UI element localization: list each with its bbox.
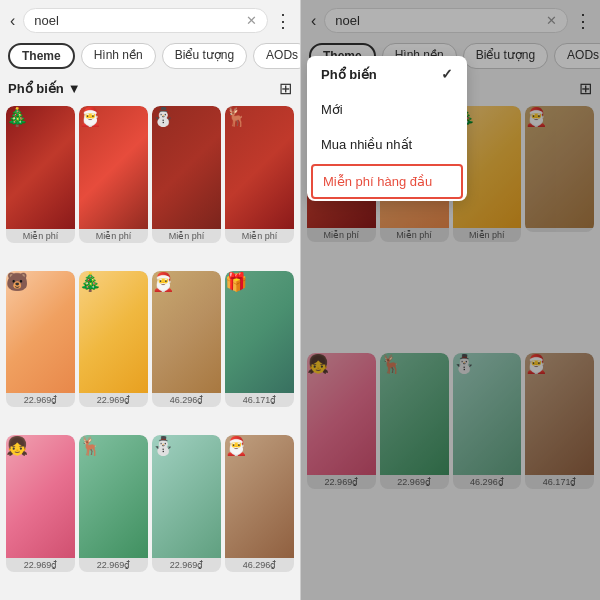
card-icon-7: 🎁	[225, 272, 247, 292]
card-price-9: 22.969₫	[79, 558, 148, 572]
card-price-4: 22.969₫	[6, 393, 75, 407]
card-img-9: 🦌	[79, 435, 148, 558]
back-button[interactable]: ‹	[8, 10, 17, 32]
theme-card-1[interactable]: 🎅 Miễn phí	[79, 106, 148, 243]
card-wrapper-9: 🦌 22.969₫	[79, 435, 148, 596]
card-price-2: Miễn phí	[152, 229, 221, 243]
dropdown-item-new[interactable]: Mới	[307, 92, 467, 127]
theme-card-4[interactable]: 🐻 22.969₫	[6, 271, 75, 408]
search-query-left: noel	[34, 13, 59, 28]
right-panel: ‹ noel ✕ ⋮ Theme Hình nền Biểu tượng AOD…	[300, 0, 600, 600]
card-img-3: 🦌	[225, 106, 294, 229]
sort-arrow-left: ▼	[68, 81, 81, 96]
card-price-1: Miễn phí	[79, 229, 148, 243]
card-wrapper-8: 👧 22.969₫	[6, 435, 75, 596]
card-price-6: 46.296₫	[152, 393, 221, 407]
card-wrapper-5: Mới 🎄 22.969₫	[79, 271, 148, 432]
theme-card-11[interactable]: 🎅 46.296₫	[225, 435, 294, 572]
clear-search-left[interactable]: ✕	[246, 13, 257, 28]
card-icon-8: 👧	[6, 436, 28, 456]
card-wrapper-3: 🦌 Miễn phí	[225, 106, 294, 267]
card-price-11: 46.296₫	[225, 558, 294, 572]
card-icon-9: 🦌	[79, 436, 101, 456]
card-img-6: 🎅	[152, 271, 221, 394]
card-icon-2: ⛄	[152, 107, 174, 127]
sort-row-left: Phổ biến ▼ ⊞	[0, 75, 300, 102]
theme-card-2[interactable]: ⛄ Miễn phí	[152, 106, 221, 243]
sort-label-text-left: Phổ biến	[8, 81, 64, 96]
card-img-2: ⛄	[152, 106, 221, 229]
dropdown-label-popular: Phổ biến	[321, 67, 377, 82]
left-panel: ‹ noel ✕ ⋮ Theme Hình nền Biểu tượng AOD…	[0, 0, 300, 600]
theme-card-5[interactable]: Mới 🎄 22.969₫	[79, 271, 148, 408]
theme-card-10[interactable]: ⛄ 22.969₫	[152, 435, 221, 572]
theme-card-9[interactable]: 🦌 22.969₫	[79, 435, 148, 572]
card-img-0: 🎄	[6, 106, 75, 229]
dropdown-item-popular[interactable]: Phổ biến ✓	[307, 56, 467, 92]
dropdown-label-new: Mới	[321, 102, 343, 117]
dropdown-label-free-top: Miễn phí hàng đầu	[323, 174, 432, 189]
card-wrapper-11: 🎅 46.296₫	[225, 435, 294, 596]
grid-left: 🎄 Miễn phí 🎅 Miễn phí ⛄ Miễn phí	[0, 102, 300, 600]
dropdown-item-free-top[interactable]: Miễn phí hàng đầu	[311, 164, 463, 199]
card-img-1: 🎅	[79, 106, 148, 229]
card-icon-4: 🐻	[6, 272, 28, 292]
card-icon-5: 🎄	[79, 272, 101, 292]
card-img-11: 🎅	[225, 435, 294, 558]
theme-card-8[interactable]: 👧 22.969₫	[6, 435, 75, 572]
theme-card-3[interactable]: 🦌 Miễn phí	[225, 106, 294, 243]
card-price-5: 22.969₫	[79, 393, 148, 407]
tab-theme-left[interactable]: Theme	[8, 43, 75, 69]
tabs-left: Theme Hình nền Biểu tượng AODs	[0, 39, 300, 75]
dropdown-item-bestseller[interactable]: Mua nhiều nhất	[307, 127, 467, 162]
card-price-7: 46.171₫	[225, 393, 294, 407]
theme-card-6[interactable]: Mới 🎅 46.296₫	[152, 271, 221, 408]
card-wrapper-10: ⛄ 22.969₫	[152, 435, 221, 596]
card-icon-6: 🎅	[152, 272, 174, 292]
grid-toggle-left[interactable]: ⊞	[279, 79, 292, 98]
dropdown-label-bestseller: Mua nhiều nhất	[321, 137, 412, 152]
card-img-5: 🎄	[79, 271, 148, 394]
card-icon-1: 🎅	[79, 107, 101, 127]
card-icon-10: ⛄	[152, 436, 174, 456]
card-price-0: Miễn phí	[6, 229, 75, 243]
card-wrapper-2: ⛄ Miễn phí	[152, 106, 221, 267]
dropdown-menu: Phổ biến ✓ Mới Mua nhiều nhất Miễn phí h…	[307, 56, 467, 201]
card-img-10: ⛄	[152, 435, 221, 558]
search-bar-left[interactable]: noel ✕	[23, 8, 268, 33]
card-wrapper-7: Mới 🎁 46.171₫	[225, 271, 294, 432]
card-img-7: 🎁	[225, 271, 294, 394]
theme-card-0[interactable]: 🎄 Miễn phí	[6, 106, 75, 243]
card-wrapper-4: 🐻 22.969₫	[6, 271, 75, 432]
sort-button-left[interactable]: Phổ biến ▼	[8, 81, 81, 96]
card-wrapper-6: Mới 🎅 46.296₫	[152, 271, 221, 432]
card-icon-3: 🦌	[225, 107, 247, 127]
card-icon-0: 🎄	[6, 107, 28, 127]
card-price-8: 22.969₫	[6, 558, 75, 572]
tab-aods-left[interactable]: AODs	[253, 43, 300, 69]
more-options-left[interactable]: ⋮	[274, 10, 292, 32]
tab-wallpaper-left[interactable]: Hình nền	[81, 43, 156, 69]
dropdown-check-popular: ✓	[441, 66, 453, 82]
theme-card-7[interactable]: Mới 🎁 46.171₫	[225, 271, 294, 408]
card-price-3: Miễn phí	[225, 229, 294, 243]
left-header: ‹ noel ✕ ⋮	[0, 0, 300, 39]
card-price-10: 22.969₫	[152, 558, 221, 572]
card-img-4: 🐻	[6, 271, 75, 394]
tab-icons-left[interactable]: Biểu tượng	[162, 43, 247, 69]
card-icon-11: 🎅	[225, 436, 247, 456]
card-wrapper-1: 🎅 Miễn phí	[79, 106, 148, 267]
card-img-8: 👧	[6, 435, 75, 558]
card-wrapper-0: 🎄 Miễn phí	[6, 106, 75, 267]
